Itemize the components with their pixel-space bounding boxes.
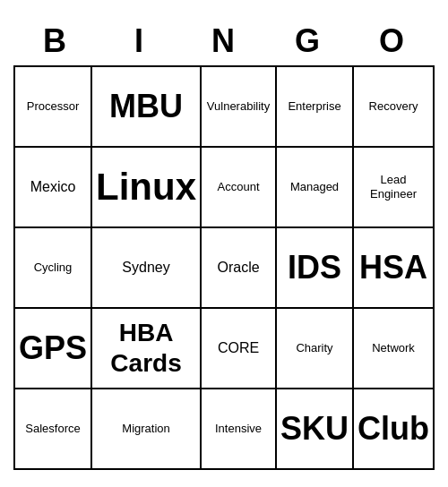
cell-text: Linux	[96, 165, 196, 209]
cell-text: Managed	[290, 180, 339, 194]
cell-text: HSA	[359, 248, 427, 286]
cell-text: Club	[358, 409, 429, 448]
bingo-cell-r4-c4: Club	[354, 389, 435, 470]
bingo-grid: ProcessorMBUVulnerabilityEnterpriseRecov…	[13, 65, 435, 470]
bingo-cell-r4-c2: Intensive	[202, 389, 277, 470]
bingo-cell-r2-c1: Sydney	[92, 228, 202, 309]
cell-text: Mexico	[30, 178, 76, 195]
header-letter: B	[13, 17, 98, 65]
bingo-cell-r1-c4: LeadEngineer	[354, 148, 435, 228]
bingo-cell-r2-c0: Cycling	[15, 228, 92, 309]
bingo-cell-r0-c2: Vulnerability	[202, 67, 277, 148]
cell-text: HBACards	[110, 318, 181, 378]
bingo-cell-r0-c0: Processor	[15, 67, 92, 148]
bingo-cell-r3-c2: CORE	[202, 309, 277, 389]
bingo-cell-r0-c3: Enterprise	[277, 67, 354, 148]
cell-text: IDS	[288, 248, 341, 286]
header-letter: O	[350, 17, 435, 65]
cell-text: Oracle	[217, 259, 259, 276]
cell-text: Migration	[122, 422, 169, 436]
bingo-card: BINGO ProcessorMBUVulnerabilityEnterpris…	[13, 17, 435, 470]
header-letter: I	[98, 17, 182, 65]
bingo-cell-r3-c0: GPS	[15, 309, 92, 389]
bingo-cell-r3-c3: Charity	[277, 309, 354, 389]
cell-text: Intensive	[215, 422, 262, 436]
header-letter: N	[182, 17, 266, 65]
bingo-cell-r0-c4: Recovery	[354, 67, 435, 148]
bingo-cell-r2-c3: IDS	[277, 228, 354, 309]
header-letter: G	[266, 17, 350, 65]
bingo-cell-r3-c4: Network	[354, 309, 435, 389]
cell-text: Cycling	[34, 261, 73, 275]
cell-text: CORE	[218, 339, 259, 356]
bingo-cell-r3-c1: HBACards	[92, 309, 202, 389]
cell-text: Charity	[296, 341, 332, 355]
cell-text: Network	[372, 341, 415, 355]
bingo-cell-r2-c2: Oracle	[202, 228, 277, 309]
bingo-header: BINGO	[13, 17, 435, 65]
cell-text: GPS	[19, 329, 87, 367]
cell-text: Processor	[27, 99, 80, 114]
cell-text: Vulnerability	[207, 99, 270, 114]
bingo-cell-r2-c4: HSA	[354, 228, 435, 309]
bingo-cell-r1-c1: Linux	[92, 148, 202, 228]
cell-text: Enterprise	[288, 99, 340, 114]
cell-text: MBU	[109, 87, 183, 125]
bingo-cell-r4-c3: SKU	[277, 389, 354, 470]
bingo-cell-r4-c1: Migration	[92, 389, 202, 470]
cell-text: Recovery	[369, 99, 418, 114]
bingo-cell-r1-c2: Account	[202, 148, 277, 228]
cell-text: LeadEngineer	[370, 173, 417, 201]
cell-text: Account	[218, 180, 260, 194]
cell-text: Sydney	[122, 259, 169, 276]
bingo-cell-r0-c1: MBU	[92, 67, 202, 148]
bingo-cell-r1-c0: Mexico	[15, 148, 92, 228]
bingo-cell-r4-c0: Salesforce	[15, 389, 92, 470]
cell-text: SKU	[280, 409, 349, 448]
cell-text: Salesforce	[25, 422, 80, 436]
bingo-cell-r1-c3: Managed	[277, 148, 354, 228]
